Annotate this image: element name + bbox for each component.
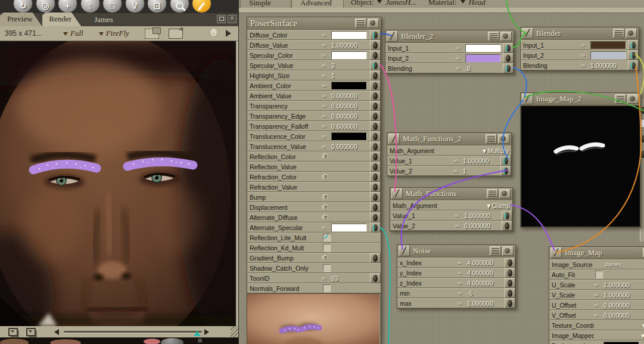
checkbox[interactable] bbox=[323, 264, 331, 272]
magnify-tool-icon[interactable] bbox=[170, 0, 189, 13]
node-blender2[interactable]: ╱Blender_2Input_1∞Input_2∞Blending∞.8 bbox=[385, 30, 514, 74]
plug[interactable] bbox=[370, 182, 381, 192]
node-math2[interactable]: ╱Math_Functions_2Math_Argument▼MultiplyV… bbox=[387, 132, 512, 176]
translate-tool-icon[interactable]: + bbox=[58, 0, 77, 13]
plug[interactable] bbox=[370, 253, 381, 263]
plug[interactable] bbox=[500, 166, 511, 176]
plug[interactable] bbox=[370, 101, 381, 111]
plug[interactable] bbox=[370, 30, 381, 40]
checkbox[interactable] bbox=[323, 234, 331, 241]
value-text[interactable]: 3 bbox=[331, 62, 335, 69]
plug[interactable] bbox=[505, 258, 515, 268]
plug[interactable] bbox=[370, 70, 381, 80]
value-text[interactable]: .8 bbox=[465, 65, 471, 72]
animate-question-icon[interactable]: ? bbox=[322, 255, 329, 262]
dropdown-value[interactable]: ▼UV bbox=[603, 322, 644, 329]
value-text[interactable]: 1.000000 bbox=[464, 212, 490, 219]
tab-preview[interactable]: Preview bbox=[0, 13, 42, 26]
preview-toggle-icon[interactable] bbox=[368, 18, 379, 28]
select-tool-icon[interactable]: ⊡ bbox=[147, 0, 167, 13]
layers-icon[interactable] bbox=[8, 328, 18, 336]
preview-toggle-icon[interactable] bbox=[499, 189, 511, 199]
plug[interactable] bbox=[370, 60, 381, 70]
preview-toggle-icon[interactable] bbox=[498, 134, 509, 144]
menu-icon[interactable] bbox=[488, 32, 499, 41]
value-text[interactable]: 1.000000 bbox=[603, 292, 630, 299]
node-header[interactable]: ╱Image_Map bbox=[549, 247, 644, 259]
value-text[interactable]: 1 bbox=[463, 168, 466, 175]
output-plug-icon[interactable]: ╱ bbox=[387, 31, 398, 42]
plug[interactable] bbox=[370, 80, 381, 91]
value-text[interactable]: 1.000000 bbox=[467, 300, 493, 307]
node-imagemap[interactable]: ╱Image_MapImage_SourceJames_Auto_FitU_Sc… bbox=[549, 246, 644, 344]
resize-grip[interactable] bbox=[231, 326, 238, 337]
plug[interactable] bbox=[370, 202, 381, 212]
checkbox[interactable] bbox=[323, 244, 331, 252]
color-swatch[interactable] bbox=[331, 132, 367, 141]
color-swatch[interactable] bbox=[590, 51, 626, 60]
translate-inout-tool-icon[interactable]: ↕ bbox=[80, 0, 100, 13]
preview-toggle-icon[interactable] bbox=[626, 29, 637, 38]
plug[interactable] bbox=[370, 212, 381, 222]
advance-arrow-icon[interactable] bbox=[226, 30, 235, 37]
animate-question-icon[interactable]: ? bbox=[322, 153, 329, 160]
menu-icon[interactable] bbox=[355, 18, 366, 28]
plug[interactable] bbox=[502, 221, 512, 231]
node-header[interactable]: ╱Image_Map_2 bbox=[521, 93, 640, 106]
value-text[interactable]: 1.000000 bbox=[590, 62, 617, 69]
value-text[interactable]: 0.000000 bbox=[331, 103, 357, 110]
value-text[interactable]: 4.000000 bbox=[467, 280, 493, 287]
color-swatch[interactable] bbox=[331, 82, 367, 90]
checkbox[interactable] bbox=[323, 284, 331, 292]
value-text[interactable]: 1 bbox=[331, 72, 335, 79]
plug[interactable] bbox=[502, 210, 512, 221]
value-text[interactable]: 0.000000 bbox=[331, 92, 357, 100]
slider-thumb[interactable] bbox=[194, 327, 201, 336]
menu-icon[interactable] bbox=[487, 189, 498, 199]
plug[interactable] bbox=[370, 162, 381, 172]
value-text[interactable]: 1.000000 bbox=[463, 157, 489, 165]
plug[interactable] bbox=[370, 172, 381, 182]
value-text[interactable]: 1.000000 bbox=[331, 42, 357, 49]
plug[interactable] bbox=[370, 192, 381, 202]
color-picker-tool-icon[interactable] bbox=[192, 0, 211, 13]
value-text[interactable]: 0.600000 bbox=[331, 123, 357, 130]
plug[interactable] bbox=[628, 60, 639, 70]
value-text[interactable]: 0.000000 bbox=[603, 312, 630, 319]
plug[interactable] bbox=[503, 43, 514, 53]
document-tab-james[interactable]: James bbox=[94, 15, 113, 26]
plug[interactable] bbox=[370, 273, 381, 283]
plug[interactable] bbox=[370, 111, 381, 121]
value-text[interactable]: 4.000000 bbox=[467, 259, 493, 266]
color-swatch[interactable] bbox=[331, 51, 367, 60]
output-plug-icon[interactable]: ╱ bbox=[399, 246, 410, 256]
value-text[interactable]: 4.000000 bbox=[467, 269, 493, 277]
output-plug-icon[interactable]: ╱ bbox=[391, 188, 403, 199]
menu-icon[interactable] bbox=[615, 94, 626, 104]
preview-zoom-slider[interactable] bbox=[64, 331, 202, 333]
output-plug-icon[interactable]: ╱ bbox=[522, 94, 533, 104]
color-swatch[interactable] bbox=[465, 54, 501, 63]
node-header[interactable]: PoserSurface bbox=[247, 17, 381, 30]
renderer-dropdown[interactable]: FireFly bbox=[99, 29, 129, 38]
expand-icon[interactable] bbox=[217, 15, 226, 23]
plug[interactable] bbox=[370, 40, 381, 50]
area-render-icon[interactable] bbox=[145, 29, 159, 39]
plug[interactable] bbox=[505, 268, 515, 278]
slider-right-arrow-icon[interactable] bbox=[204, 329, 212, 335]
value-text[interactable]: 0.000000 bbox=[603, 302, 630, 309]
twist-tool-icon[interactable]: ◎ bbox=[36, 0, 55, 13]
plug[interactable] bbox=[505, 288, 515, 298]
plug[interactable] bbox=[370, 50, 381, 60]
node-blender[interactable]: ╱BlenderInput_1∞Input_2∞Blending∞1.00000… bbox=[520, 27, 639, 71]
value-text[interactable]: 0.000000 bbox=[464, 222, 490, 230]
plug[interactable] bbox=[500, 156, 511, 166]
dropdown-value[interactable]: ▼Multiply bbox=[473, 147, 509, 154]
plug[interactable] bbox=[628, 40, 639, 50]
light-sun-icon[interactable]: ☼ bbox=[197, 337, 203, 344]
node-header[interactable]: ╱Math_Functions_2 bbox=[387, 133, 511, 145]
taper-tool-icon[interactable]: V bbox=[125, 0, 145, 13]
plug[interactable] bbox=[628, 50, 639, 60]
color-swatch[interactable] bbox=[331, 31, 367, 39]
plug[interactable] bbox=[370, 131, 381, 141]
